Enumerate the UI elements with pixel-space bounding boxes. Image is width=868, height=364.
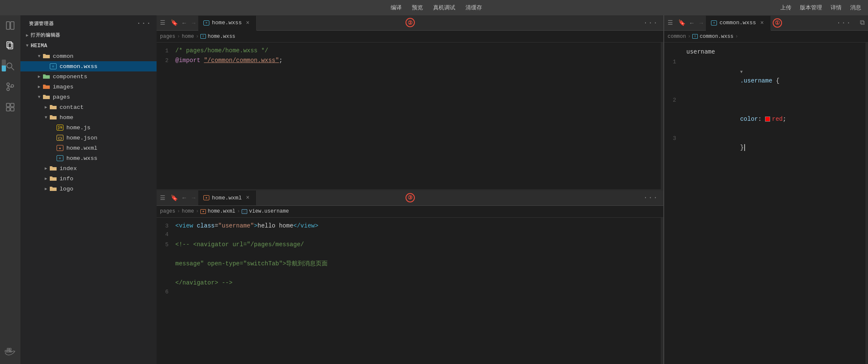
folder-home-icon (49, 114, 57, 121)
bc-homewxss: home.wxss (208, 34, 235, 40)
wxml-line-5d: 5 (157, 269, 661, 278)
file-home-json-icon: {} (56, 134, 64, 142)
svg-rect-15 (7, 350, 9, 352)
sidebar-item-info-label: info (60, 176, 73, 182)
svg-rect-1 (11, 22, 14, 29)
activity-bar (0, 15, 20, 364)
right-editor-layout-icon[interactable]: ⧉ (857, 19, 868, 27)
badge-2: ② (405, 18, 415, 27)
top-editor-code[interactable]: 1 /* pages/home/home.wxss */ 2 @import "… (157, 43, 661, 189)
right-editor-list-icon[interactable]: ☰ (664, 19, 677, 26)
bc-sep-r2: › (735, 34, 738, 40)
file-home-wxss-icon: ≡ (56, 154, 64, 162)
tab-home-wxss[interactable]: ≡ home.wxss × (198, 16, 257, 31)
svg-rect-0 (6, 22, 10, 29)
tab-common-wxss-close[interactable]: × (759, 20, 765, 26)
bottom-editor-back[interactable]: ← (180, 194, 189, 201)
bottom-editor-list-icon[interactable]: ☰ (157, 194, 169, 202)
activity-files[interactable] (3, 39, 17, 53)
sidebar-item-images[interactable]: ▶ images (20, 82, 157, 92)
sidebar-title: 资源管理器 (29, 20, 54, 27)
bc-view-username: view.username (249, 208, 289, 214)
sidebar-section-heima[interactable]: ▼ HEIMA (20, 40, 157, 51)
wxml-line-3: 3 <view class="username">hello home</vie… (157, 221, 661, 231)
activity-git[interactable] (3, 80, 17, 94)
sidebar-item-home-js[interactable]: js home.js (20, 122, 157, 133)
bc-home-1: home (182, 34, 194, 40)
svg-point-6 (7, 83, 9, 85)
right-editor-forward[interactable]: → (697, 20, 706, 26)
tab-home-wxml-close[interactable]: × (244, 194, 251, 201)
bottom-editor-code[interactable]: 3 <view class="username">hello home</vie… (157, 218, 661, 364)
right-editor-back[interactable]: ← (687, 20, 697, 26)
menu-compile[interactable]: 编译 (391, 4, 402, 11)
top-editor-dots[interactable]: ··· (638, 19, 663, 27)
bottom-editor-forward[interactable]: → (189, 194, 198, 201)
sidebar-item-home-wxss[interactable]: ≡ home.wxss (20, 153, 157, 163)
sidebar-item-home[interactable]: ▼ home (20, 112, 157, 122)
menu-version[interactable]: 版本管理 (800, 4, 822, 11)
sidebar-item-components-label: components (53, 74, 87, 80)
sidebar-item-home-js-label: home.js (66, 125, 91, 131)
sidebar-item-home-json-label: home.json (66, 135, 97, 141)
code-line-1: 1 /* pages/home/home.wxss */ (157, 46, 661, 56)
top-editor-bookmark[interactable]: 🔖 (169, 19, 180, 26)
right-editor-tab-bar: ☰ 🔖 ← → ≡ common.wxss × ① ··· ⧉ (664, 15, 868, 31)
sidebar-item-logo[interactable]: ▶ logo (20, 184, 157, 194)
sidebar-item-common-wxss[interactable]: ≡ common.wxss (20, 61, 157, 71)
menu-preview[interactable]: 预览 (412, 4, 423, 11)
sidebar-item-components[interactable]: ▶ components (20, 71, 157, 82)
svg-rect-14 (5, 350, 7, 352)
right-line-2: 2 color: red; (664, 95, 865, 134)
sidebar-item-home-wxml[interactable]: ◈ home.wxml (20, 143, 157, 153)
sidebar-item-info[interactable]: ▶ info (20, 173, 157, 184)
right-editor-dots[interactable]: ··· (831, 19, 857, 27)
activity-split[interactable] (3, 19, 17, 32)
wxml-line-5c: 5 message" open-type="switchTab">导航到消息页面 (157, 259, 661, 269)
menu-clear-cache[interactable]: 清缓存 (465, 4, 482, 11)
sidebar-item-contact-label: contact (60, 104, 84, 111)
sidebar-item-contact[interactable]: ▶ contact (20, 102, 157, 112)
tab-common-wxss-icon: ≡ (711, 20, 717, 26)
svg-rect-2 (7, 42, 11, 48)
top-editor-list-icon[interactable]: ☰ (157, 19, 169, 26)
wxml-line-6: 6 (157, 288, 661, 297)
badge-1: ① (773, 18, 782, 28)
sidebar-item-common[interactable]: ▼ common (20, 51, 157, 61)
tab-home-wxml-icon: ◈ (203, 195, 209, 200)
folder-contact-icon (49, 103, 57, 111)
tab-common-wxss[interactable]: ≡ common.wxss × (706, 16, 771, 31)
menu-upload[interactable]: 上传 (780, 4, 791, 11)
bottom-editor-bookmark[interactable]: 🔖 (169, 194, 180, 202)
bc-sep-1: › (177, 34, 180, 40)
right-editor-code[interactable]: username 1 ▼ .username { 2 (664, 43, 865, 364)
folder-common-icon (43, 52, 50, 60)
collapse-arrow-1[interactable]: ▼ (740, 70, 742, 74)
tab-home-wxml[interactable]: ◈ home.wxml × (198, 191, 257, 205)
wxml-line-5e: 5 </navigator> --> (157, 278, 661, 288)
tab-home-wxss-close[interactable]: × (244, 20, 251, 26)
right-editor-breadcrumb: common › ≡ common.wxss › (664, 31, 868, 43)
bottom-editor-dots[interactable]: ··· (638, 194, 663, 202)
sidebar-section-open-editors[interactable]: ▶ 打开的编辑器 (20, 30, 157, 40)
wxml-line-5a: 5 <!-- <navigator url="/pages/message/ (157, 240, 661, 250)
sidebar-dots[interactable]: ··· (137, 20, 151, 27)
activity-extensions[interactable] (3, 100, 17, 114)
menu-device-debug[interactable]: 真机调试 (433, 4, 455, 11)
bc-wxml-icon-2: ◈ (200, 209, 206, 214)
top-editor-back[interactable]: ← (180, 20, 189, 26)
sidebar-header: 资源管理器 ··· (20, 15, 157, 30)
sidebar-item-index[interactable]: ▶ index (20, 163, 157, 173)
main-layout: 资源管理器 ··· ▶ 打开的编辑器 ▼ HEIMA ▼ (0, 15, 868, 364)
right-editor-bookmark[interactable]: 🔖 (677, 19, 687, 26)
bc-home-2: home (182, 208, 194, 214)
wxml-line-5b: 5 (157, 250, 661, 259)
activity-docker[interactable] (3, 345, 17, 359)
editor-area: ② ☰ 🔖 ← → ≡ home.wxss × ··· (157, 15, 868, 364)
menu-messages[interactable]: 消息 (850, 4, 861, 11)
top-editor-forward[interactable]: → (189, 20, 198, 26)
menu-details[interactable]: 详情 (831, 4, 842, 11)
username-annotation-text: username (683, 47, 715, 56)
sidebar-item-pages[interactable]: ▼ pages (20, 92, 157, 102)
sidebar-item-home-json[interactable]: {} home.json (20, 133, 157, 143)
